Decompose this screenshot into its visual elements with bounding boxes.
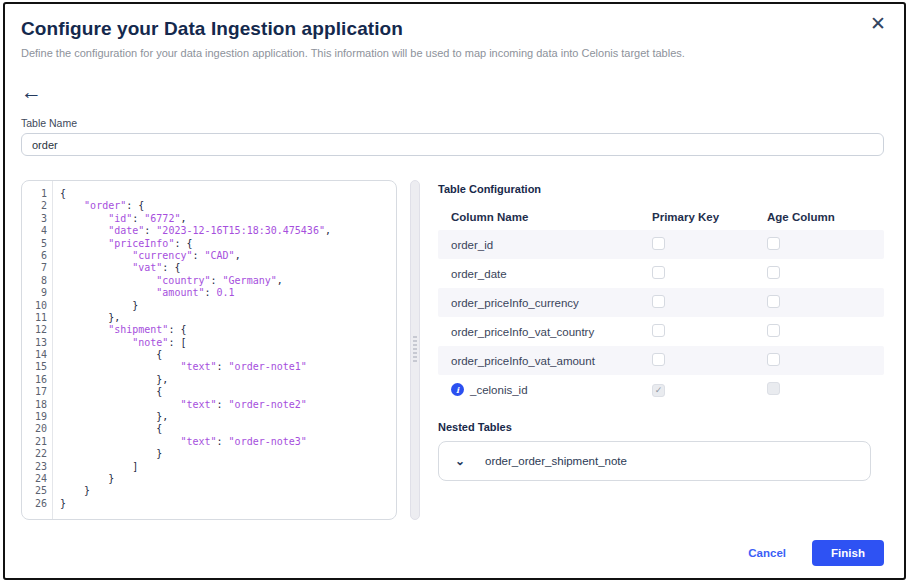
code-lines[interactable]: { "order": { "id": "6772", "date": "2023… [53,181,396,519]
age-column-checkbox[interactable] [767,237,780,250]
code-line[interactable]: "date": "2023-12-16T15:18:30.475436", [60,225,396,237]
data-ingestion-dialog: Configure your Data Ingestion applicatio… [3,2,906,580]
code-line[interactable]: } [60,485,396,497]
line-number: 20 [24,423,47,435]
age-column-cell [767,266,884,281]
column-name-cell: i_celonis_id [438,383,652,396]
info-icon[interactable]: i [451,383,464,396]
line-number: 24 [24,473,47,485]
age-column-checkbox[interactable] [767,295,780,308]
code-line[interactable]: "text": "order-note2" [60,399,396,411]
table-row: order_priceInfo_currency [438,288,884,317]
line-number: 12 [24,324,47,336]
line-number: 15 [24,361,47,373]
line-number: 5 [24,238,47,250]
table-configuration-panel: Table Configuration Column Name Primary … [438,180,884,481]
code-line[interactable]: } [60,498,396,510]
code-line[interactable]: "order": { [60,200,396,212]
line-number: 8 [24,275,47,287]
table-row: order_priceInfo_vat_country [438,317,884,346]
table-configuration-title: Table Configuration [438,183,884,195]
panel-splitter[interactable] [410,180,420,520]
table-rows: order_idorder_dateorder_priceInfo_curren… [438,230,884,404]
line-number: 25 [24,485,47,497]
column-name-cell: order_priceInfo_vat_country [438,326,652,338]
code-line[interactable]: }, [60,374,396,386]
column-name-cell: order_date [438,268,652,280]
line-number: 11 [24,312,47,324]
cancel-button[interactable]: Cancel [748,547,786,559]
dialog-subtitle: Define the configuration for your data i… [21,47,884,59]
splitter-grip-icon [413,336,417,362]
code-line[interactable]: "note": [ [60,337,396,349]
code-line[interactable]: "text": "order-note3" [60,436,396,448]
column-name-label: order_date [451,268,507,280]
age-column-checkbox[interactable] [767,324,780,337]
line-number: 17 [24,386,47,398]
code-line[interactable]: { [60,349,396,361]
line-number: 23 [24,461,47,473]
age-column-checkbox[interactable] [767,353,780,366]
line-number: 18 [24,399,47,411]
column-name-label: order_priceInfo_vat_amount [451,355,595,367]
primary-key-checkbox[interactable] [652,266,665,279]
age-column-cell [767,353,884,368]
primary-key-checkbox[interactable] [652,353,665,366]
age-column-cell [767,295,884,310]
code-line[interactable]: "id": "6772", [60,213,396,225]
table-name-label: Table Name [21,117,884,129]
code-line[interactable]: "vat": { [60,262,396,274]
line-number: 19 [24,411,47,423]
primary-key-checkbox[interactable] [652,324,665,337]
column-name-label: order_id [451,239,493,251]
column-name-cell: order_priceInfo_currency [438,297,652,309]
line-number: 22 [24,448,47,460]
code-line[interactable]: "priceInfo": { [60,238,396,250]
line-number: 16 [24,374,47,386]
line-number: 26 [24,498,47,510]
primary-key-cell [652,266,767,281]
column-name-cell: order_priceInfo_vat_amount [438,355,652,367]
nested-table-item[interactable]: ⌄order_order_shipment_note [439,442,870,480]
table-name-input[interactable] [21,133,884,156]
line-number: 21 [24,436,47,448]
column-name-label: order_priceInfo_vat_country [451,326,594,338]
code-line[interactable]: ] [60,461,396,473]
age-column-cell [767,237,884,252]
code-line[interactable]: "text": "order-note1" [60,361,396,373]
line-number: 7 [24,262,47,274]
code-line[interactable]: { [60,386,396,398]
line-number: 9 [24,287,47,299]
close-icon[interactable]: ✕ [870,14,886,33]
code-line[interactable]: { [60,188,396,200]
nested-table-name: order_order_shipment_note [485,455,627,467]
chevron-down-icon[interactable]: ⌄ [455,454,485,468]
primary-key-cell [652,324,767,339]
primary-key-cell: ✓ [652,383,767,397]
code-line[interactable]: { [60,423,396,435]
code-line[interactable]: }, [60,411,396,423]
back-arrow-icon[interactable]: ← [21,81,42,102]
nested-tables-list: ⌄order_order_shipment_note [438,441,871,481]
finish-button[interactable]: Finish [812,540,884,566]
primary-key-checkbox[interactable] [652,295,665,308]
code-line[interactable]: "currency": "CAD", [60,250,396,262]
code-line[interactable]: } [60,300,396,312]
line-number: 3 [24,213,47,225]
code-line[interactable]: "shipment": { [60,324,396,336]
column-name-cell: order_id [438,239,652,251]
code-gutter: 1234567891011121314151617181920212223242… [22,181,53,519]
line-number: 6 [24,250,47,262]
code-line[interactable]: "country": "Germany", [60,275,396,287]
code-line[interactable]: "amount": 0.1 [60,287,396,299]
line-number: 10 [24,300,47,312]
json-editor[interactable]: 1234567891011121314151617181920212223242… [21,180,397,520]
code-line[interactable]: } [60,448,396,460]
age-column-checkbox[interactable] [767,266,780,279]
column-header-age-column: Age Column [767,211,884,223]
code-line[interactable]: }, [60,312,396,324]
code-line[interactable]: } [60,473,396,485]
line-number: 14 [24,349,47,361]
line-number: 4 [24,225,47,237]
primary-key-checkbox[interactable] [652,237,665,250]
